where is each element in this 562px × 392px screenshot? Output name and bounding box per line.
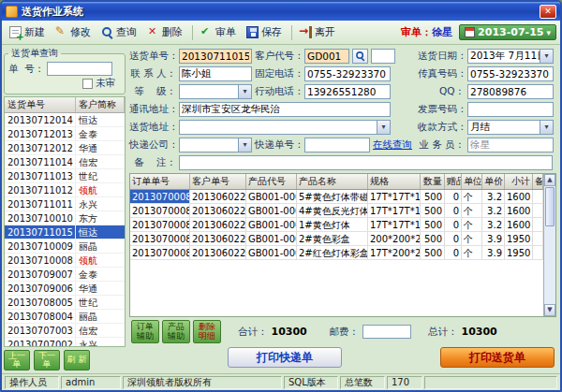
grid-cell[interactable]: 20130700082	[130, 190, 190, 203]
grid-cell[interactable]: 1950	[505, 246, 533, 259]
close-button[interactable]	[540, 5, 556, 19]
grid-cell[interactable]	[533, 218, 543, 231]
grid-cell[interactable]: 1600	[505, 218, 533, 231]
contact-field[interactable]	[179, 66, 252, 81]
mobile-field[interactable]	[304, 84, 391, 99]
grid-vertical-scrollbar[interactable]	[543, 174, 555, 316]
fax-field[interactable]	[467, 66, 554, 81]
remark-field[interactable]	[179, 155, 553, 170]
delivery-list-row[interactable]: 20130707002永兴	[5, 338, 125, 346]
qq-field[interactable]	[467, 84, 554, 99]
express-no-field[interactable]	[304, 138, 370, 152]
delivery-date-select[interactable]: 2013年 7月11日	[467, 49, 554, 64]
grid-cell[interactable]: 20130700082	[130, 218, 190, 231]
grid-cell[interactable]: 2#黄色彩盒	[297, 232, 368, 245]
scroll-down-icon[interactable]	[544, 304, 555, 316]
scroll-thumb[interactable]	[545, 187, 555, 226]
grid-cell[interactable]: 20130700082	[130, 232, 190, 245]
grid-cell[interactable]: 0	[445, 204, 462, 217]
product-aux-button[interactable]: 产品辅助	[162, 320, 190, 343]
delivery-no-field[interactable]	[179, 49, 252, 64]
payment-select[interactable]: 月结	[467, 120, 554, 135]
left-aux-button-3[interactable]: 刷 新	[64, 350, 90, 370]
grid-header-cell[interactable]: 小计	[505, 174, 533, 189]
phone-field[interactable]	[304, 66, 391, 81]
grid-cell[interactable]: 17T*17T*168	[368, 204, 421, 217]
delivery-list-row[interactable]: 20130709007金泰	[5, 268, 125, 282]
delivery-list-row[interactable]: 20130709006华通	[5, 282, 125, 296]
delivery-list-row[interactable]: 20130711015恒达	[5, 225, 125, 240]
grid-cell[interactable]: 个	[462, 190, 482, 203]
grid-row[interactable]: 201307000822013060226GB001-00035#黄色灯体带磁铁…	[130, 190, 543, 204]
order-aux-button[interactable]: 订单辅助	[131, 320, 159, 343]
express-company-select[interactable]	[179, 138, 252, 152]
grid-cell[interactable]: 500	[421, 204, 445, 217]
invoice-no-field[interactable]	[467, 102, 554, 117]
grid-header-cell[interactable]: 备注	[533, 174, 543, 189]
postage-field[interactable]	[362, 325, 411, 339]
grid-cell[interactable]: 个	[462, 246, 482, 259]
customer-extra-field[interactable]	[371, 49, 395, 64]
delivery-list-row[interactable]: 20130708004丽晶	[5, 310, 125, 324]
comm-address-field[interactable]	[179, 102, 391, 117]
delivery-list-row[interactable]: 20130710010东方	[5, 211, 125, 225]
print-delivery-button[interactable]: 打印送货单	[440, 347, 555, 368]
unaudited-checkbox[interactable]	[82, 79, 93, 89]
grid-header-cell[interactable]: 单价	[482, 174, 505, 189]
grid-cell[interactable]: 0	[445, 218, 462, 231]
delivery-list-row[interactable]: 20130711014信宏	[5, 155, 125, 169]
grid-cell[interactable]: 20130700082	[130, 246, 190, 259]
grid-cell[interactable]: 500	[421, 190, 445, 203]
grid-cell[interactable]: 2013060228	[190, 232, 246, 245]
salesman-field[interactable]	[467, 138, 554, 152]
delivery-list-row[interactable]: 20130711012领航	[5, 183, 125, 197]
column-header-delivery-no[interactable]: 送货单号	[5, 97, 76, 112]
grid-cell[interactable]: 2013060228	[190, 218, 246, 231]
delivery-list-row[interactable]: 20130711011永兴	[5, 197, 125, 211]
grid-header-cell[interactable]: 订单单号	[130, 174, 190, 189]
grid-cell[interactable]	[533, 246, 543, 259]
grid-header-cell[interactable]: 单位	[462, 174, 482, 189]
grid-cell[interactable]: 17T*17T*168	[368, 218, 421, 231]
leave-button[interactable]: 离开	[296, 22, 341, 42]
chevron-down-icon[interactable]	[238, 85, 251, 98]
grid-header-cell[interactable]: 产品代号	[246, 174, 297, 189]
grid-cell[interactable]: 0	[445, 232, 462, 245]
save-button[interactable]: 保存	[243, 22, 288, 42]
grid-cell[interactable]: 0	[445, 246, 462, 259]
grid-cell[interactable]: 5#黄色灯体带磁铁	[297, 190, 368, 203]
grid-cell[interactable]: 1#黄色灯体	[297, 218, 368, 231]
print-express-button[interactable]: 打印快递单	[228, 347, 342, 368]
delivery-list-row[interactable]: 20130712013金泰	[5, 127, 125, 141]
grid-header-cell[interactable]: 产品名称	[297, 174, 368, 189]
online-query-link[interactable]: 在线查询	[373, 138, 412, 152]
grid-cell[interactable]: 2013060226	[190, 204, 246, 217]
grid-cell[interactable]: 个	[462, 204, 482, 217]
grid-cell[interactable]: 20130700082	[130, 204, 190, 217]
left-aux-button-1[interactable]: 上一单	[4, 350, 30, 370]
grid-cell[interactable]: 1950	[505, 232, 533, 245]
chevron-down-icon[interactable]	[377, 121, 390, 134]
grid-row[interactable]: 201307000822013060228GB001-00051#黄色灯体17T…	[130, 218, 543, 232]
grid-cell[interactable]: 3.2	[482, 190, 505, 203]
grid-cell[interactable]	[533, 190, 543, 203]
grid-header-cell[interactable]: 客户单号	[190, 174, 246, 189]
delivery-list-row[interactable]: 20130710008领航	[5, 254, 125, 268]
grid-cell[interactable]: 2#红色灯体彩盒	[297, 246, 368, 259]
grid-cell[interactable]: 1600	[505, 190, 533, 203]
delivery-list-row[interactable]: 20130707003信宏	[5, 324, 125, 338]
audit-button[interactable]: 审单	[197, 22, 242, 42]
grid-cell[interactable]: 个	[462, 218, 482, 231]
customer-code-field[interactable]	[304, 49, 349, 64]
grid-header-cell[interactable]: 数量	[421, 174, 445, 189]
grid-cell[interactable]: 4#黄色反光灯体	[297, 204, 368, 217]
delete-button[interactable]: 删除	[143, 22, 188, 42]
grid-cell[interactable]: 500	[421, 218, 445, 231]
grid-row[interactable]: 201307000822013060228GB001-00072#红色灯体彩盒1…	[130, 246, 543, 260]
delivery-list-row[interactable]: 20130712014恒达	[5, 113, 125, 127]
date-picker[interactable]: 2013-07-15	[459, 24, 556, 40]
grid-cell[interactable]: 200*200*240	[368, 232, 421, 245]
grid-header-cell[interactable]: 规格	[368, 174, 421, 189]
customer-search-button[interactable]	[352, 49, 368, 64]
delivery-no-search-input[interactable]	[47, 62, 112, 76]
